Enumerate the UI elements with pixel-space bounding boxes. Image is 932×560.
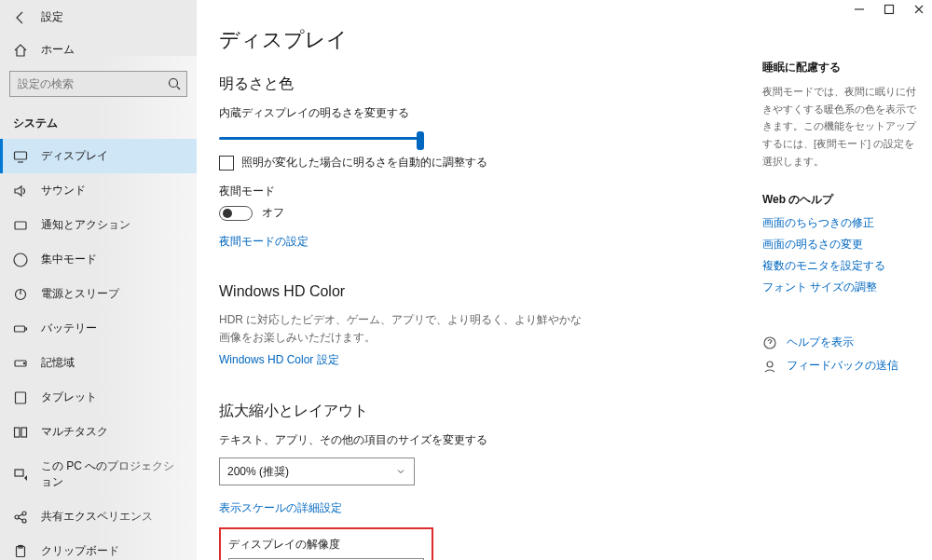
help-link-monitors[interactable]: 複数のモニタを設定する xyxy=(762,258,921,274)
tablet-icon xyxy=(13,390,28,405)
sidebar-item-multitask[interactable]: マルチタスク xyxy=(0,415,197,449)
search-input[interactable] xyxy=(9,71,187,97)
sidebar-item-label: 共有エクスペリエンス xyxy=(41,509,153,525)
resolution-highlight: ディスプレイの解像度 3000 × 2000 (推奨) xyxy=(219,527,433,560)
sleep-heading: 睡眠に配慮する xyxy=(762,60,921,75)
main-content: ディスプレイ 明るさと色 内蔵ディスプレイの明るさを変更する 照明が変化した場合… xyxy=(197,0,762,560)
help-link-font[interactable]: フォント サイズの調整 xyxy=(762,280,921,295)
svg-point-12 xyxy=(22,512,26,515)
svg-rect-7 xyxy=(16,392,26,403)
section-brightness: 明るさと色 xyxy=(219,75,740,94)
sidebar: 設定 ホーム システム ディスプレイ サウンド 通知とアクション xyxy=(0,0,197,560)
feedback-icon xyxy=(762,359,777,374)
sidebar-item-clipboard[interactable]: クリップボード xyxy=(0,534,197,560)
maximize-icon[interactable] xyxy=(884,4,895,15)
power-icon xyxy=(13,287,28,302)
close-icon[interactable] xyxy=(913,4,925,15)
storage-icon xyxy=(13,356,28,371)
help-icon xyxy=(762,335,777,350)
svg-point-13 xyxy=(22,519,26,523)
feedback-link[interactable]: フィードバックの送信 xyxy=(787,358,898,374)
auto-brightness-checkbox[interactable] xyxy=(219,156,234,171)
night-mode-settings-link[interactable]: 夜間モードの設定 xyxy=(219,234,308,250)
svg-rect-4 xyxy=(15,326,25,332)
shared-icon xyxy=(13,510,28,525)
section-scale: 拡大縮小とレイアウト xyxy=(219,402,740,421)
text-size-value: 200% (推奨) xyxy=(227,464,289,480)
night-mode-label: 夜間モード xyxy=(219,184,740,199)
sidebar-item-label: 通知とアクション xyxy=(41,217,130,233)
sidebar-section-label: システム xyxy=(0,106,197,139)
sidebar-item-projection[interactable]: この PC へのプロジェクション xyxy=(0,449,197,499)
sidebar-home-label: ホーム xyxy=(41,42,75,58)
sidebar-item-label: クリップボード xyxy=(41,543,119,559)
help-link-flicker[interactable]: 画面のちらつきの修正 xyxy=(762,215,921,231)
sidebar-item-label: バッテリー xyxy=(41,321,97,336)
home-icon xyxy=(13,43,28,58)
notification-icon xyxy=(13,218,28,233)
svg-point-6 xyxy=(23,362,24,363)
brightness-label: 内蔵ディスプレイの明るさを変更する xyxy=(219,105,740,121)
svg-point-0 xyxy=(170,79,178,88)
sidebar-item-storage[interactable]: 記憶域 xyxy=(0,346,197,380)
sidebar-item-label: サウンド xyxy=(41,183,86,198)
brightness-slider[interactable] xyxy=(219,127,424,149)
sidebar-home[interactable]: ホーム xyxy=(0,33,197,67)
svg-rect-1 xyxy=(15,152,27,159)
search-icon xyxy=(167,76,182,91)
sidebar-item-sound[interactable]: サウンド xyxy=(0,173,197,208)
sidebar-item-label: マルチタスク xyxy=(41,424,108,440)
svg-rect-20 xyxy=(885,6,894,14)
sidebar-item-label: ディスプレイ xyxy=(41,148,108,164)
battery-icon xyxy=(13,321,28,336)
display-icon xyxy=(13,149,28,164)
sidebar-item-tablet[interactable]: タブレット xyxy=(0,380,197,415)
hd-color-link[interactable]: Windows HD Color 設定 xyxy=(219,352,339,368)
svg-rect-2 xyxy=(15,222,26,229)
chevron-down-icon xyxy=(395,466,406,477)
sidebar-item-label: タブレット xyxy=(41,389,97,405)
text-size-select[interactable]: 200% (推奨) xyxy=(219,458,415,485)
auto-brightness-label: 照明が変化した場合に明るさを自動的に調整する xyxy=(241,155,487,171)
sidebar-item-label: 集中モード xyxy=(41,252,97,267)
night-mode-state: オフ xyxy=(262,205,284,221)
night-mode-toggle[interactable] xyxy=(219,206,253,221)
show-help-link[interactable]: ヘルプを表示 xyxy=(787,335,854,350)
svg-point-19 xyxy=(767,362,773,367)
sidebar-item-battery[interactable]: バッテリー xyxy=(0,311,197,346)
svg-rect-8 xyxy=(15,428,21,437)
svg-rect-10 xyxy=(15,470,23,476)
hd-color-desc: HDR に対応したビデオ、ゲーム、アプリで、より明るく、より鮮やかな画像をお楽し… xyxy=(219,311,592,347)
sound-icon xyxy=(13,184,28,198)
right-panel: 睡眠に配慮する 夜間モードでは、夜間に眠りに付きやすくする暖色系の色を表示できま… xyxy=(762,0,932,560)
section-hd-color: Windows HD Color xyxy=(219,283,740,300)
advanced-scale-link[interactable]: 表示スケールの詳細設定 xyxy=(219,500,342,516)
window-title: 設定 xyxy=(41,9,63,25)
text-size-label: テキスト、アプリ、その他の項目のサイズを変更する xyxy=(219,432,740,448)
help-link-brightness[interactable]: 画面の明るさの変更 xyxy=(762,237,921,253)
sidebar-item-notifications[interactable]: 通知とアクション xyxy=(0,208,197,242)
focus-icon xyxy=(13,253,28,267)
sidebar-item-shared[interactable]: 共有エクスペリエンス xyxy=(0,499,197,534)
sidebar-item-display[interactable]: ディスプレイ xyxy=(0,139,197,173)
sleep-desc: 夜間モードでは、夜間に眠りに付きやすくする暖色系の色を表示できます。この機能をセ… xyxy=(762,83,921,170)
sidebar-item-label: この PC へのプロジェクション xyxy=(41,458,184,490)
svg-rect-9 xyxy=(21,428,27,437)
page-title: ディスプレイ xyxy=(219,26,740,54)
sidebar-item-label: 記憶域 xyxy=(41,355,75,371)
sidebar-item-label: 電源とスリープ xyxy=(41,286,119,302)
projection-icon xyxy=(13,467,28,482)
clipboard-icon xyxy=(13,544,28,559)
minimize-icon[interactable] xyxy=(854,4,865,15)
web-help-heading: Web のヘルプ xyxy=(762,192,921,208)
svg-point-11 xyxy=(15,515,19,519)
multitask-icon xyxy=(13,425,28,440)
sidebar-item-power[interactable]: 電源とスリープ xyxy=(0,277,197,311)
sidebar-item-focus[interactable]: 集中モード xyxy=(0,242,197,277)
resolution-label: ディスプレイの解像度 xyxy=(228,537,424,553)
titlebar-controls xyxy=(854,4,925,15)
back-icon[interactable] xyxy=(13,10,28,25)
